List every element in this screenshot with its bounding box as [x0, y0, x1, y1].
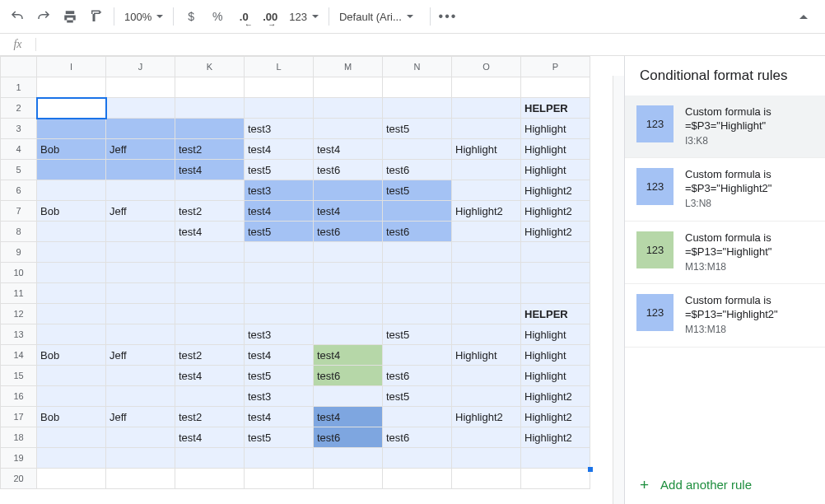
cell[interactable]: [175, 77, 245, 98]
cell[interactable]: test5: [383, 119, 452, 139]
cell[interactable]: [452, 119, 521, 139]
cell[interactable]: [245, 304, 314, 324]
cell[interactable]: [452, 469, 521, 489]
cell[interactable]: [37, 386, 106, 407]
undo-button[interactable]: [5, 4, 30, 29]
cell[interactable]: Highlight2: [521, 386, 590, 407]
cell[interactable]: test5: [245, 427, 314, 448]
cell[interactable]: [314, 119, 383, 139]
row-header[interactable]: 11: [1, 283, 37, 304]
cell[interactable]: [521, 283, 590, 304]
cell[interactable]: [452, 160, 521, 180]
row-header[interactable]: 5: [1, 160, 37, 180]
cell[interactable]: [106, 119, 175, 139]
format-rule[interactable]: 123Custom formula is=$P3="Highlight"I3:K…: [625, 96, 825, 158]
cell[interactable]: test4: [175, 427, 245, 448]
cell[interactable]: test3: [245, 386, 314, 407]
row-header[interactable]: 4: [1, 139, 37, 160]
cell[interactable]: HELPER: [521, 304, 590, 324]
cell[interactable]: test5: [383, 386, 452, 407]
cell[interactable]: test6: [383, 427, 452, 448]
zoom-dropdown[interactable]: 100%: [119, 4, 168, 29]
cell[interactable]: Jeff: [106, 201, 175, 222]
row-header[interactable]: 19: [1, 448, 37, 469]
cell[interactable]: test5: [383, 180, 452, 201]
print-button[interactable]: [58, 4, 82, 29]
cell[interactable]: [37, 366, 106, 386]
cell[interactable]: [37, 324, 106, 345]
cell[interactable]: Highlight: [521, 324, 590, 345]
add-rule-button[interactable]: + Add another rule: [625, 465, 825, 504]
cell[interactable]: [106, 366, 175, 386]
cell[interactable]: [37, 119, 106, 139]
row-header[interactable]: 1: [1, 77, 37, 98]
cell[interactable]: test6: [383, 222, 452, 242]
cell[interactable]: [383, 469, 452, 489]
cell[interactable]: [452, 386, 521, 407]
cell[interactable]: [383, 242, 452, 263]
cell[interactable]: [452, 242, 521, 263]
cell[interactable]: [106, 242, 175, 263]
cell[interactable]: test2: [175, 345, 245, 366]
cell[interactable]: Highlight2: [521, 427, 590, 448]
cell[interactable]: test5: [245, 160, 314, 180]
fill-handle[interactable]: [588, 467, 593, 472]
cell[interactable]: Highlight2: [452, 407, 521, 427]
cell[interactable]: [314, 263, 383, 283]
cell[interactable]: [106, 77, 175, 98]
cell[interactable]: [314, 304, 383, 324]
cell[interactable]: [452, 180, 521, 201]
cell[interactable]: Highlight2: [452, 201, 521, 222]
cell[interactable]: [452, 324, 521, 345]
cell[interactable]: [37, 180, 106, 201]
column-header[interactable]: L: [245, 57, 314, 77]
cell[interactable]: test6: [314, 222, 383, 242]
cell[interactable]: [314, 77, 383, 98]
cell[interactable]: [37, 160, 106, 180]
row-header[interactable]: 8: [1, 222, 37, 242]
cell[interactable]: [452, 222, 521, 242]
cell[interactable]: [383, 77, 452, 98]
cell[interactable]: [175, 119, 245, 139]
cell[interactable]: [106, 386, 175, 407]
cell[interactable]: test2: [175, 407, 245, 427]
cell[interactable]: test2: [175, 201, 245, 222]
cell[interactable]: test5: [245, 366, 314, 386]
cell[interactable]: Bob: [37, 345, 106, 366]
cell[interactable]: [383, 448, 452, 469]
formula-input[interactable]: [36, 34, 825, 55]
cell[interactable]: [383, 98, 452, 119]
cell[interactable]: test4: [245, 139, 314, 160]
row-header[interactable]: 10: [1, 263, 37, 283]
cell[interactable]: [383, 263, 452, 283]
cell[interactable]: [175, 304, 245, 324]
cell[interactable]: [314, 386, 383, 407]
cell[interactable]: [383, 201, 452, 222]
cell[interactable]: [37, 448, 106, 469]
column-header[interactable]: I: [37, 57, 106, 77]
cell[interactable]: [314, 469, 383, 489]
cell[interactable]: [521, 77, 590, 98]
cell[interactable]: [452, 366, 521, 386]
cell[interactable]: [175, 263, 245, 283]
cell[interactable]: test4: [175, 222, 245, 242]
cell[interactable]: [245, 77, 314, 98]
cell[interactable]: [106, 283, 175, 304]
redo-button[interactable]: [31, 4, 56, 29]
cell[interactable]: [245, 448, 314, 469]
cell[interactable]: [37, 263, 106, 283]
cell[interactable]: [175, 469, 245, 489]
cell[interactable]: [175, 324, 245, 345]
cell[interactable]: Highlight: [521, 160, 590, 180]
column-header[interactable]: P: [521, 57, 590, 77]
row-header[interactable]: 13: [1, 324, 37, 345]
cell[interactable]: test4: [245, 345, 314, 366]
cell[interactable]: [106, 222, 175, 242]
cell[interactable]: [106, 180, 175, 201]
cell[interactable]: Highlight2: [521, 201, 590, 222]
cell[interactable]: test4: [314, 407, 383, 427]
cell[interactable]: Highlight: [521, 139, 590, 160]
cell[interactable]: [452, 283, 521, 304]
cell[interactable]: [175, 283, 245, 304]
cell[interactable]: [37, 98, 106, 119]
